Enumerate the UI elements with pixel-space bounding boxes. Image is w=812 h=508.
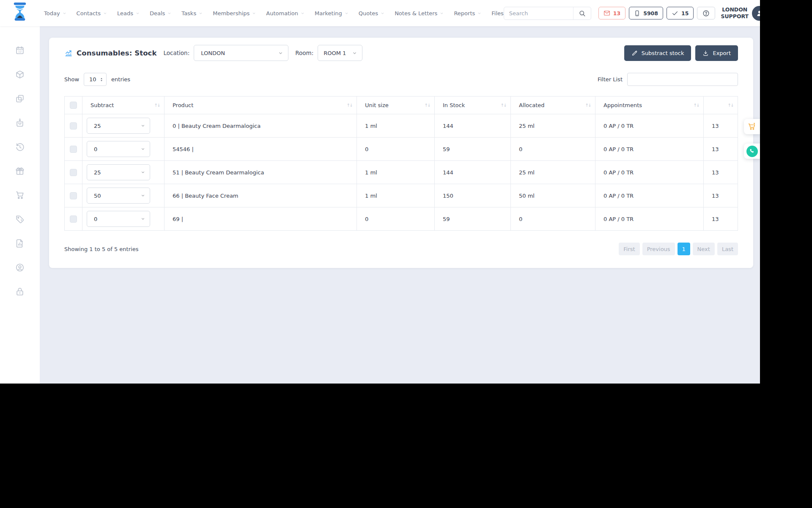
entries-label: entries (111, 76, 130, 83)
row-id-cell: 13 (704, 207, 738, 231)
sidebar-item-calendar[interactable]: 12 (15, 46, 25, 55)
sort-icon: ↑↓ (424, 103, 430, 108)
row-checkbox[interactable] (70, 215, 77, 223)
row-checkbox[interactable] (70, 122, 77, 130)
nav-item-leads[interactable]: Leads (117, 10, 140, 17)
tasks-badge[interactable]: 15 (667, 7, 694, 19)
row-checkbox-cell (65, 184, 82, 207)
nav-item-contacts[interactable]: Contacts (77, 10, 107, 17)
nav-item-files[interactable]: Files (491, 10, 504, 17)
column-header-in-stock[interactable]: In Stock↑↓ (435, 97, 511, 114)
nav-item-tasks[interactable]: Tasks (181, 10, 203, 17)
row-checkbox[interactable] (70, 146, 77, 153)
screen: { "topbar": { "search_placeholder": "Sea… (0, 0, 812, 508)
select-all-checkbox[interactable] (70, 102, 77, 109)
sidebar-item-security[interactable] (15, 287, 25, 296)
nav-item-label: Memberships (213, 10, 250, 17)
nav-item-today[interactable]: Today (44, 10, 66, 17)
cart-icon (15, 190, 25, 200)
download-icon (702, 50, 709, 56)
sidebar-item-products[interactable] (15, 70, 25, 79)
row-checkbox[interactable] (70, 192, 77, 199)
pagination-previous[interactable]: Previous (642, 243, 675, 255)
nav-item-memberships[interactable]: Memberships (213, 10, 256, 17)
location-value: LONDON (201, 50, 225, 56)
sort-icon: ↑↓ (346, 103, 352, 108)
help-button[interactable] (697, 7, 715, 19)
unit-size-cell: 1 ml (357, 114, 435, 138)
nav-item-automation[interactable]: Automation (266, 10, 304, 17)
chevron-down-icon (440, 11, 444, 15)
header-row: Subtract↑↓Product↑↓Unit size↑↓In Stock↑↓… (65, 97, 738, 114)
phone-float-button[interactable] (744, 144, 760, 159)
column-header-subtract[interactable]: Subtract↑↓ (82, 97, 165, 114)
lock-icon (15, 287, 25, 296)
sidebar-item-duplicates[interactable] (15, 94, 25, 103)
sidebar-item-packages[interactable] (15, 166, 25, 176)
chevron-down-icon (301, 11, 304, 15)
filter-input[interactable] (627, 73, 738, 86)
subtract-select[interactable]: 0 (87, 211, 150, 227)
subtract-select[interactable]: 50 (87, 188, 150, 204)
pagination-first[interactable]: First (619, 243, 639, 255)
in-stock-cell: 144 (435, 114, 511, 138)
search-button[interactable] (573, 7, 591, 19)
appointments-cell: 0 AP / 0 TR (595, 114, 704, 138)
table-row: 250 | Beauty Cream Dearmalogica1 ml14425… (65, 114, 738, 138)
subtract-select[interactable]: 25 (87, 118, 150, 134)
column-header-product[interactable]: Product↑↓ (165, 97, 357, 114)
nav-item-label: Marketing (315, 10, 342, 17)
room-select[interactable]: ROOM 1 (318, 45, 362, 61)
sort-icon: ↑↓ (727, 103, 733, 108)
subtract-select[interactable]: 25 (87, 164, 150, 180)
table-row: 2551 | Beauty Cream Dearmalogica1 ml1442… (65, 161, 738, 184)
allocated-cell: 0 (511, 207, 595, 231)
nav-item-notes-letters[interactable]: Notes & Letters (395, 10, 444, 17)
avatar[interactable] (752, 6, 760, 21)
nav-item-quotes[interactable]: Quotes (359, 10, 384, 17)
product-cell: 54546 | (165, 138, 357, 161)
app-logo[interactable] (12, 2, 28, 24)
in-stock-cell: 59 (435, 207, 511, 231)
nav-item-marketing[interactable]: Marketing (315, 10, 348, 17)
pagination-next[interactable]: Next (693, 243, 715, 255)
sidebar-item-purchases[interactable] (15, 190, 25, 200)
column-header-unit-size[interactable]: Unit size↑↓ (357, 97, 435, 114)
search-box (504, 7, 591, 20)
product-cell: 51 | Beauty Cream Dearmalogica (165, 161, 357, 184)
nav-item-reports[interactable]: Reports (454, 10, 481, 17)
sidebar-item-pricing[interactable]: $ (15, 215, 25, 224)
subtract-stock-button[interactable]: Substract stock (624, 45, 691, 61)
column-header-appointments[interactable]: Appointments↑↓ (595, 97, 704, 114)
export-button[interactable]: Export (695, 45, 738, 61)
sidebar-item-reports[interactable] (15, 239, 25, 248)
chevron-down-icon (352, 51, 357, 55)
column-header-allocated[interactable]: Allocated↑↓ (511, 97, 595, 114)
phone-badge[interactable]: 5908 (629, 7, 663, 19)
pagination-last[interactable]: Last (717, 243, 738, 255)
in-stock-cell: 144 (435, 161, 511, 184)
messages-badge[interactable]: 13 (598, 7, 625, 19)
show-entries-control: Show 10 entries (64, 73, 130, 86)
sidebar-item-stock-receive[interactable] (15, 118, 25, 127)
account-icon (15, 263, 25, 272)
in-stock-cell: 150 (435, 184, 511, 207)
cart-float-button[interactable] (744, 119, 760, 134)
sidebar-item-accounts[interactable] (15, 263, 25, 272)
location-select[interactable]: LONDON (194, 45, 288, 61)
calendar-icon: 12 (15, 46, 25, 55)
column-header-blank[interactable]: ↑↓ (704, 97, 738, 114)
header-actions: Substract stock Export (624, 45, 738, 61)
nav-item-label: Contacts (77, 10, 101, 17)
nav-item-deals[interactable]: Deals (150, 10, 171, 17)
row-checkbox[interactable] (70, 169, 77, 176)
subtract-select[interactable]: 0 (87, 141, 150, 157)
chevron-down-icon (345, 11, 348, 15)
table-footer: Showing 1 to 5 of 5 entries FirstPreviou… (64, 243, 738, 255)
copy-icon (15, 94, 25, 103)
search-input[interactable] (504, 10, 573, 17)
sidebar-item-history[interactable] (15, 142, 25, 152)
in-stock-cell: 59 (435, 138, 511, 161)
show-entries-input[interactable]: 10 (84, 73, 107, 86)
pagination-1[interactable]: 1 (678, 243, 690, 255)
